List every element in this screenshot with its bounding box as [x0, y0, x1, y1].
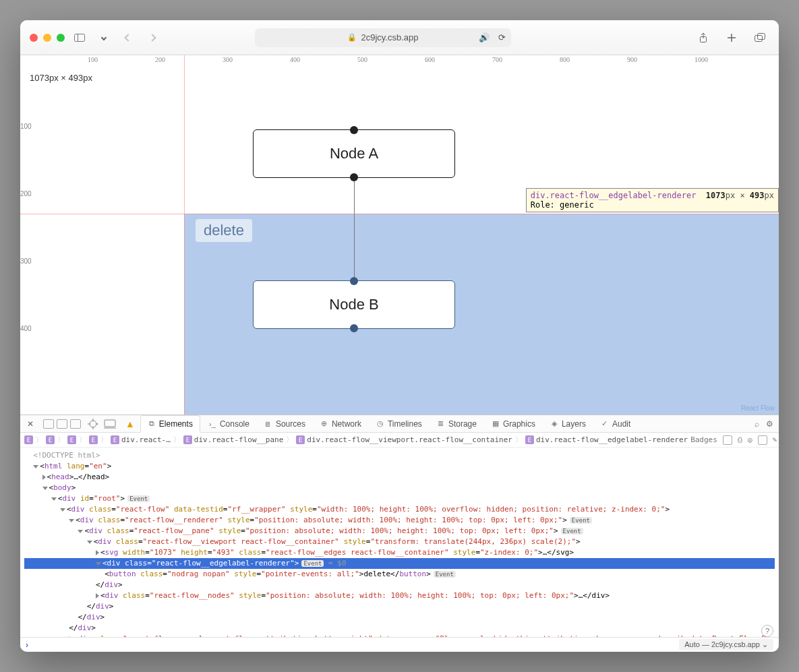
dom-line[interactable]: <head>…</head> — [24, 472, 775, 483]
chevron-right-icon — [148, 34, 156, 41]
warning-icon[interactable]: ▲ — [125, 419, 135, 429]
tooltip-selector-class: .react-flow__edgelabel-renderer — [545, 191, 696, 200]
node-b-label: Node B — [329, 296, 378, 313]
tooltip-selector-tag: div — [531, 191, 545, 200]
tabs-overview-button[interactable] — [750, 30, 769, 45]
target-icon[interactable] — [88, 419, 98, 429]
crumb[interactable]: Ediv.react-flow__edgelabel-renderer — [525, 435, 688, 444]
share-button[interactable] — [694, 30, 713, 45]
zoom-window-dot[interactable] — [57, 34, 65, 42]
audit-icon: ✓ — [601, 420, 609, 428]
guide-vertical — [184, 55, 185, 415]
tab-elements[interactable]: ⧉Elements — [140, 415, 200, 433]
forward-button[interactable] — [143, 30, 162, 45]
badge-icon[interactable] — [723, 435, 732, 445]
sound-icon[interactable]: 🔊 — [479, 32, 490, 42]
dom-line[interactable]: <div class="react-flow" data-testid="rf_… — [24, 504, 775, 515]
node-notb[interactable]: Node B — [253, 280, 455, 329]
tab-layers[interactable]: ◈Layers — [543, 415, 593, 433]
devtools: ✕ ▲ ⧉Elements ›_Console 🗎Sources ⊕Networ… — [20, 415, 779, 652]
dimensions-label: 1073px × 493px — [30, 73, 92, 83]
dom-line[interactable]: <html lang="en"> — [24, 461, 775, 472]
dom-line[interactable]: <body> — [24, 483, 775, 493]
dom-line[interactable]: <svg width="1073" height="493" class="re… — [24, 547, 775, 558]
ruler-horizontal: 1002003004005006007008009001000 — [20, 55, 779, 67]
crumb[interactable]: Ediv.react-flow__viewport.react-flow__co… — [296, 435, 512, 444]
dom-line[interactable]: </div> — [24, 580, 775, 590]
dock-icon[interactable] — [70, 419, 81, 429]
new-tab-button[interactable] — [722, 30, 741, 45]
devtools-dock-icons[interactable] — [43, 419, 81, 429]
delete-edge-button[interactable]: delete — [196, 219, 252, 242]
react-flow-attribution[interactable]: React Flow — [741, 404, 775, 412]
dom-line[interactable]: <button class="nodrag nopan" style="poin… — [24, 569, 775, 580]
console-context[interactable]: Auto — 2c9jcy.csb.app ⌄ — [679, 639, 773, 650]
address-bar[interactable]: 🔒 2c9jcy.csb.app 🔊 ⟳ — [255, 28, 511, 47]
reload-icon[interactable]: ⟳ — [498, 32, 506, 42]
dom-line[interactable]: <!DOCTYPE html> — [24, 450, 775, 461]
svg-rect-13 — [105, 420, 115, 427]
tooltip-role-value: generic — [560, 200, 594, 210]
node-b-handle-top[interactable] — [350, 277, 358, 285]
tab-storage[interactable]: ≣Storage — [430, 415, 483, 433]
tab-graphics[interactable]: ▦Graphics — [485, 415, 542, 433]
ruler-vertical: 100200300400 — [20, 67, 32, 415]
devtools-close-button[interactable]: ✕ — [24, 418, 36, 430]
crumb[interactable]: Ediv.react-… — [111, 435, 171, 444]
close-window-dot[interactable] — [30, 34, 38, 42]
back-button[interactable] — [119, 30, 138, 45]
svg-point-8 — [90, 421, 96, 427]
dock-icon[interactable] — [57, 419, 67, 429]
edit-icon[interactable]: ✎ — [773, 435, 777, 444]
node-a-handle-top[interactable] — [350, 126, 358, 134]
sources-icon: 🗎 — [264, 420, 272, 428]
minimize-window-dot[interactable] — [43, 34, 51, 42]
badge-icon[interactable]: ◎ — [748, 435, 752, 444]
node-b-handle-bottom[interactable] — [350, 324, 358, 332]
devtools-tabbar: ✕ ▲ ⧉Elements ›_Console 🗎Sources ⊕Networ… — [20, 415, 779, 433]
devtools-console-bar[interactable]: › Auto — 2c9jcy.csb.app ⌄ — [20, 637, 779, 652]
tab-network[interactable]: ⊕Network — [314, 415, 368, 433]
dom-line[interactable]: <div class="react-flow__pane" style="pos… — [24, 526, 775, 537]
search-icon[interactable]: ⌕ — [754, 419, 759, 429]
sidebar-toggle-button[interactable] — [70, 30, 89, 45]
titlebar: 🔒 2c9jcy.csb.app 🔊 ⟳ — [20, 20, 779, 55]
tab-timelines[interactable]: ◷Timelines — [369, 415, 429, 433]
react-flow-canvas[interactable]: 1002003004005006007008009001000 10020030… — [20, 55, 779, 415]
dom-line[interactable]: </div> — [24, 601, 775, 612]
dom-line[interactable]: <div class="react-flow__edgelabel-render… — [24, 558, 775, 569]
inspector-tooltip: div.react-flow__edgelabel-renderer 1073p… — [526, 188, 779, 212]
device-icon[interactable] — [104, 419, 116, 429]
tab-console[interactable]: ›_Console — [202, 415, 256, 433]
node-a-handle-bottom[interactable] — [350, 173, 358, 181]
tab-audit[interactable]: ✓Audit — [594, 415, 637, 433]
dom-tree[interactable]: <!DOCTYPE html> <html lang="en"> <head>…… — [20, 448, 779, 637]
dom-line[interactable]: <div class="react-flow__nodes" style="po… — [24, 590, 775, 601]
safari-window: 🔒 2c9jcy.csb.app 🔊 ⟳ 1002003004005006007… — [20, 20, 779, 652]
settings-icon[interactable]: ⚙ — [766, 419, 773, 429]
devtools-breadcrumbs[interactable]: E〉 E〉 E〉 E〉 Ediv.react-…〉 Ediv.react-flo… — [20, 433, 779, 448]
dom-line[interactable]: </div> — [24, 612, 775, 623]
console-prompt-icon: › — [26, 640, 28, 650]
graphics-icon: ▦ — [492, 420, 500, 428]
svg-rect-7 — [758, 33, 765, 39]
badges-label[interactable]: Badges — [690, 435, 717, 444]
edge-a-b[interactable] — [354, 178, 355, 280]
tooltip-role-label: Role: — [531, 200, 555, 210]
node-a[interactable]: Node A — [253, 129, 455, 178]
tab-sources[interactable]: 🗎Sources — [258, 415, 312, 433]
print-icon[interactable]: ⎙ — [738, 435, 742, 444]
tabs-icon — [754, 33, 765, 42]
timelines-icon: ◷ — [376, 420, 384, 428]
dom-line[interactable]: <div class="react-flow__renderer" style=… — [24, 515, 775, 526]
help-button[interactable]: ? — [761, 625, 773, 637]
url-host: 2c9jcy.csb.app — [361, 32, 418, 42]
dom-line[interactable]: <div class="react-flow__viewport react-f… — [24, 537, 775, 547]
dom-line[interactable]: <div id="root">Event — [24, 493, 775, 504]
dock-icon[interactable] — [43, 419, 54, 429]
dom-line[interactable]: </div> — [24, 623, 775, 634]
crumb[interactable]: Ediv.react-flow__pane — [183, 435, 283, 444]
badge-icon[interactable] — [758, 435, 767, 445]
content: 1002003004005006007008009001000 10020030… — [20, 55, 779, 652]
tab-dropdown-button[interactable] — [94, 30, 113, 45]
